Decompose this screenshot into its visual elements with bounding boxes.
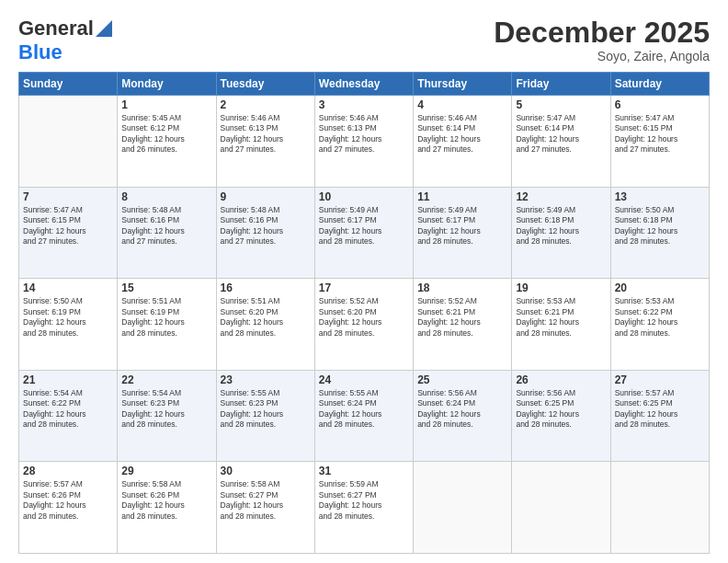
day-info: Sunrise: 5:52 AM Sunset: 6:20 PM Dayligh… — [319, 296, 409, 339]
month-title: December 2025 — [494, 17, 710, 49]
day-info: Sunrise: 5:49 AM Sunset: 6:17 PM Dayligh… — [319, 205, 409, 247]
calendar-cell: 11Sunrise: 5:49 AM Sunset: 6:17 PM Dayli… — [414, 187, 512, 279]
day-info: Sunrise: 5:51 AM Sunset: 6:19 PM Dayligh… — [121, 296, 211, 339]
day-number: 31 — [319, 465, 409, 477]
day-number: 24 — [319, 373, 409, 386]
day-number: 11 — [417, 190, 507, 203]
day-info: Sunrise: 5:56 AM Sunset: 6:25 PM Dayligh… — [516, 388, 606, 431]
calendar-cell: 12Sunrise: 5:49 AM Sunset: 6:18 PM Dayli… — [512, 187, 610, 279]
calendar-cell — [512, 462, 610, 554]
logo-general-text: General — [18, 17, 94, 40]
day-number: 25 — [417, 373, 507, 386]
calendar-cell: 26Sunrise: 5:56 AM Sunset: 6:25 PM Dayli… — [512, 370, 610, 462]
day-number: 9 — [221, 190, 311, 203]
day-number: 26 — [516, 373, 606, 386]
day-info: Sunrise: 5:51 AM Sunset: 6:20 PM Dayligh… — [221, 296, 311, 339]
day-info: Sunrise: 5:47 AM Sunset: 6:14 PM Dayligh… — [516, 113, 606, 155]
calendar-cell: 22Sunrise: 5:54 AM Sunset: 6:23 PM Dayli… — [118, 370, 216, 462]
col-saturday: Saturday — [610, 73, 709, 96]
calendar-cell — [19, 96, 118, 188]
day-info: Sunrise: 5:52 AM Sunset: 6:21 PM Dayligh… — [417, 296, 507, 339]
calendar-cell: 2Sunrise: 5:46 AM Sunset: 6:13 PM Daylig… — [216, 96, 314, 188]
calendar-cell: 4Sunrise: 5:46 AM Sunset: 6:14 PM Daylig… — [414, 96, 512, 188]
day-info: Sunrise: 5:46 AM Sunset: 6:14 PM Dayligh… — [417, 113, 507, 155]
calendar-cell: 6Sunrise: 5:47 AM Sunset: 6:15 PM Daylig… — [610, 96, 709, 188]
day-info: Sunrise: 5:48 AM Sunset: 6:16 PM Dayligh… — [221, 205, 311, 247]
calendar-week-5: 28Sunrise: 5:57 AM Sunset: 6:26 PM Dayli… — [19, 462, 710, 554]
day-info: Sunrise: 5:47 AM Sunset: 6:15 PM Dayligh… — [615, 113, 705, 155]
day-info: Sunrise: 5:55 AM Sunset: 6:23 PM Dayligh… — [221, 388, 311, 431]
col-sunday: Sunday — [19, 73, 118, 96]
calendar-cell: 30Sunrise: 5:58 AM Sunset: 6:27 PM Dayli… — [216, 462, 314, 554]
calendar-week-4: 21Sunrise: 5:54 AM Sunset: 6:22 PM Dayli… — [19, 370, 710, 462]
day-info: Sunrise: 5:47 AM Sunset: 6:15 PM Dayligh… — [23, 205, 113, 247]
calendar-cell: 15Sunrise: 5:51 AM Sunset: 6:19 PM Dayli… — [118, 279, 216, 371]
logo-blue-text: Blue — [18, 40, 63, 64]
calendar-week-3: 14Sunrise: 5:50 AM Sunset: 6:19 PM Dayli… — [19, 279, 710, 371]
col-thursday: Thursday — [414, 73, 512, 96]
day-number: 20 — [615, 282, 705, 294]
day-number: 21 — [23, 373, 113, 386]
day-number: 4 — [417, 98, 507, 111]
calendar-cell: 16Sunrise: 5:51 AM Sunset: 6:20 PM Dayli… — [216, 279, 314, 371]
col-monday: Monday — [118, 73, 216, 96]
day-number: 17 — [319, 282, 409, 294]
calendar-cell: 9Sunrise: 5:48 AM Sunset: 6:16 PM Daylig… — [216, 187, 314, 279]
day-number: 14 — [23, 282, 113, 294]
day-info: Sunrise: 5:45 AM Sunset: 6:12 PM Dayligh… — [121, 113, 211, 155]
calendar-cell: 8Sunrise: 5:48 AM Sunset: 6:16 PM Daylig… — [118, 187, 216, 279]
calendar-week-2: 7Sunrise: 5:47 AM Sunset: 6:15 PM Daylig… — [19, 187, 710, 279]
day-info: Sunrise: 5:55 AM Sunset: 6:24 PM Dayligh… — [319, 388, 409, 431]
day-info: Sunrise: 5:57 AM Sunset: 6:25 PM Dayligh… — [615, 388, 705, 431]
day-number: 19 — [516, 282, 606, 294]
col-wednesday: Wednesday — [314, 73, 413, 96]
day-number: 2 — [221, 98, 311, 111]
header: General Blue December 2025 Soyo, Zaire, … — [18, 17, 710, 64]
calendar-cell: 24Sunrise: 5:55 AM Sunset: 6:24 PM Dayli… — [314, 370, 413, 462]
day-number: 30 — [221, 465, 311, 477]
day-info: Sunrise: 5:54 AM Sunset: 6:22 PM Dayligh… — [23, 388, 113, 431]
logo-triangle-icon — [96, 20, 112, 37]
logo: General Blue — [18, 17, 112, 64]
day-number: 5 — [516, 98, 606, 111]
day-number: 12 — [516, 190, 606, 203]
calendar-cell: 27Sunrise: 5:57 AM Sunset: 6:25 PM Dayli… — [610, 370, 709, 462]
day-number: 3 — [319, 98, 409, 111]
calendar-cell: 23Sunrise: 5:55 AM Sunset: 6:23 PM Dayli… — [216, 370, 314, 462]
calendar-cell — [610, 462, 709, 554]
day-info: Sunrise: 5:58 AM Sunset: 6:27 PM Dayligh… — [221, 479, 311, 522]
col-friday: Friday — [512, 73, 610, 96]
day-number: 22 — [121, 373, 211, 386]
calendar-cell: 25Sunrise: 5:56 AM Sunset: 6:24 PM Dayli… — [414, 370, 512, 462]
calendar-cell: 28Sunrise: 5:57 AM Sunset: 6:26 PM Dayli… — [19, 462, 118, 554]
calendar-cell: 5Sunrise: 5:47 AM Sunset: 6:14 PM Daylig… — [512, 96, 610, 188]
day-number: 15 — [121, 282, 211, 294]
day-number: 7 — [23, 190, 113, 203]
day-info: Sunrise: 5:46 AM Sunset: 6:13 PM Dayligh… — [221, 113, 311, 155]
day-number: 16 — [221, 282, 311, 294]
calendar-cell: 14Sunrise: 5:50 AM Sunset: 6:19 PM Dayli… — [19, 279, 118, 371]
calendar-cell: 13Sunrise: 5:50 AM Sunset: 6:18 PM Dayli… — [610, 187, 709, 279]
location: Soyo, Zaire, Angola — [494, 49, 710, 63]
calendar-cell: 1Sunrise: 5:45 AM Sunset: 6:12 PM Daylig… — [118, 96, 216, 188]
day-info: Sunrise: 5:53 AM Sunset: 6:22 PM Dayligh… — [615, 296, 705, 339]
day-number: 28 — [23, 465, 113, 477]
calendar-cell: 3Sunrise: 5:46 AM Sunset: 6:13 PM Daylig… — [314, 96, 413, 188]
title-block: December 2025 Soyo, Zaire, Angola — [494, 17, 710, 63]
calendar-cell: 31Sunrise: 5:59 AM Sunset: 6:27 PM Dayli… — [314, 462, 413, 554]
calendar-cell: 7Sunrise: 5:47 AM Sunset: 6:15 PM Daylig… — [19, 187, 118, 279]
day-info: Sunrise: 5:48 AM Sunset: 6:16 PM Dayligh… — [121, 205, 211, 247]
day-number: 18 — [417, 282, 507, 294]
day-info: Sunrise: 5:49 AM Sunset: 6:17 PM Dayligh… — [417, 205, 507, 247]
calendar-cell: 18Sunrise: 5:52 AM Sunset: 6:21 PM Dayli… — [414, 279, 512, 371]
calendar-cell: 10Sunrise: 5:49 AM Sunset: 6:17 PM Dayli… — [314, 187, 413, 279]
page: General Blue December 2025 Soyo, Zaire, … — [0, 0, 728, 563]
day-number: 1 — [121, 98, 211, 111]
calendar-week-1: 1Sunrise: 5:45 AM Sunset: 6:12 PM Daylig… — [19, 96, 710, 188]
day-number: 10 — [319, 190, 409, 203]
day-info: Sunrise: 5:46 AM Sunset: 6:13 PM Dayligh… — [319, 113, 409, 155]
svg-marker-0 — [96, 20, 112, 37]
day-number: 6 — [615, 98, 705, 111]
calendar-header-row: Sunday Monday Tuesday Wednesday Thursday… — [19, 73, 710, 96]
day-number: 13 — [615, 190, 705, 203]
